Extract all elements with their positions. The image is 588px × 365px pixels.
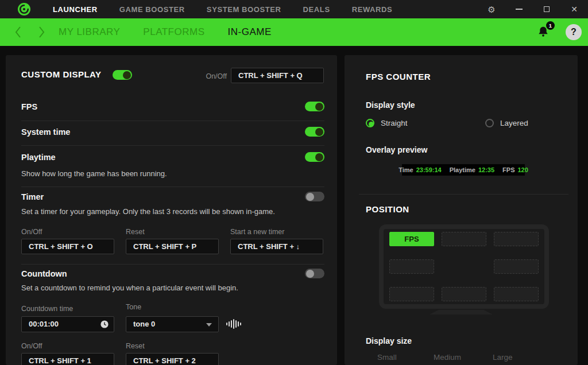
play-tone-button[interactable] xyxy=(226,319,241,329)
tab-my-library[interactable]: MY LIBRARY xyxy=(59,26,120,38)
playtime-toggle[interactable] xyxy=(305,152,324,162)
chevron-left-icon xyxy=(14,25,23,40)
system-time-label: System time xyxy=(21,127,70,137)
chevron-right-icon xyxy=(37,25,46,40)
question-mark-icon: ? xyxy=(571,27,577,37)
minimize-button[interactable] xyxy=(505,0,533,18)
timer-reset-hotkey-input[interactable]: CTRL + SHIFT + P xyxy=(126,239,219,254)
chevron-down-icon xyxy=(206,323,212,327)
fps-toggle[interactable] xyxy=(305,102,324,111)
custom-display-title: CUSTOM DISPLAY xyxy=(21,69,102,79)
notifications-button[interactable]: 1 xyxy=(537,25,551,40)
overlay-preview-strip: Time23:59:14 Playtime12:35 FPS120 xyxy=(402,164,525,176)
playtime-label: Playtime xyxy=(21,153,56,162)
timer-onoff-hotkey-input[interactable]: CTRL + SHIFT + O xyxy=(21,239,114,254)
size-option-small[interactable]: Small xyxy=(377,353,397,362)
fps-counter-title: FPS COUNTER xyxy=(366,72,431,81)
custom-display-hotkey-input[interactable]: CTRL + SHIFT + Q xyxy=(231,68,324,83)
timer-onoff-label: On/Off xyxy=(21,228,42,236)
divider xyxy=(21,187,324,187)
radio-icon xyxy=(366,119,374,127)
radio-straight[interactable]: Straight xyxy=(366,119,408,127)
position-title: POSITION xyxy=(366,204,409,214)
timer-label: Timer xyxy=(21,192,44,201)
timer-reset-label: Reset xyxy=(126,228,145,236)
timer-toggle[interactable] xyxy=(305,192,324,201)
divider xyxy=(21,145,324,146)
maximize-button[interactable] xyxy=(533,0,560,18)
close-button[interactable]: ✕ xyxy=(560,0,588,18)
titlebar-menu: LAUNCHER GAME BOOSTER SYSTEM BOOSTER DEA… xyxy=(53,5,392,14)
custom-display-toggle[interactable] xyxy=(113,70,132,80)
overlay-preview-label: Overlay preview xyxy=(366,145,427,154)
nav-bar: MY LIBRARY PLATFORMS IN-GAME 1 ? xyxy=(0,18,588,46)
countdown-time-label: Countdown time xyxy=(21,305,73,313)
monitor-stand xyxy=(430,310,493,314)
position-slot-top-right[interactable] xyxy=(494,232,539,246)
close-icon: ✕ xyxy=(571,5,578,13)
menu-system-booster[interactable]: SYSTEM BOOSTER xyxy=(207,5,281,14)
divider xyxy=(359,194,568,195)
notification-badge: 1 xyxy=(546,21,555,30)
timer-newtimer-label: Start a new timer xyxy=(230,228,284,236)
position-slot-middle-right[interactable] xyxy=(494,259,539,274)
settings-button[interactable]: ⚙ xyxy=(478,0,505,18)
size-option-large[interactable]: Large xyxy=(493,353,513,362)
position-slot-bottom-center[interactable] xyxy=(442,287,486,301)
tone-label: Tone xyxy=(126,303,141,311)
gear-icon: ⚙ xyxy=(488,5,495,14)
tab-platforms[interactable]: PLATFORMS xyxy=(143,26,204,38)
tone-select[interactable]: tone 0 xyxy=(126,316,219,332)
clock-icon[interactable] xyxy=(100,320,109,328)
position-slot-bottom-right[interactable] xyxy=(494,287,539,301)
custom-display-panel: CUSTOM DISPLAY On/Off CTRL + SHIFT + Q F… xyxy=(6,55,337,365)
system-time-toggle[interactable] xyxy=(305,127,324,137)
position-monitor: FPS xyxy=(379,224,549,309)
app-window: LAUNCHER GAME BOOSTER SYSTEM BOOSTER DEA… xyxy=(0,0,588,365)
position-slot-top-left[interactable]: FPS xyxy=(389,232,434,246)
menu-rewards[interactable]: REWARDS xyxy=(352,5,393,14)
countdown-description: Set a countdown to remind you when a par… xyxy=(21,284,238,292)
menu-deals[interactable]: DEALS xyxy=(303,5,330,14)
cortex-logo-icon[interactable] xyxy=(17,2,31,16)
custom-display-hotkey-label: On/Off xyxy=(149,72,227,80)
display-size-label: Display size xyxy=(366,336,412,345)
position-slot-top-center[interactable] xyxy=(442,232,486,246)
back-button[interactable] xyxy=(7,18,30,46)
size-option-medium[interactable]: Medium xyxy=(434,353,461,362)
position-slot-bottom-left[interactable] xyxy=(389,287,434,301)
forward-button[interactable] xyxy=(30,18,53,46)
help-button[interactable]: ? xyxy=(566,24,582,40)
countdown-time-input[interactable]: 00:01:00 xyxy=(21,316,114,332)
maximize-icon xyxy=(544,6,550,12)
position-slot-middle-left[interactable] xyxy=(389,259,434,274)
timer-newtimer-hotkey-input[interactable]: CTRL + SHIFT + ↓ xyxy=(230,239,323,254)
menu-game-booster[interactable]: GAME BOOSTER xyxy=(119,5,185,14)
timer-description: Set a timer for your gameplay. Only the … xyxy=(21,207,275,216)
minimize-icon xyxy=(516,9,523,10)
fps-label: FPS xyxy=(21,102,37,111)
countdown-onoff-hotkey-input[interactable]: CTRL + SHIFT + 1 xyxy=(21,353,114,365)
countdown-toggle[interactable] xyxy=(305,269,324,278)
divider xyxy=(21,264,324,265)
countdown-reset-hotkey-input[interactable]: CTRL + SHIFT + 2 xyxy=(126,353,219,365)
menu-launcher[interactable]: LAUNCHER xyxy=(53,5,98,14)
titlebar: LAUNCHER GAME BOOSTER SYSTEM BOOSTER DEA… xyxy=(0,0,588,18)
divider xyxy=(21,121,324,121)
countdown-onoff-label: On/Off xyxy=(21,342,42,350)
radio-layered[interactable]: Layered xyxy=(485,119,528,127)
countdown-label: Countdown xyxy=(21,269,67,278)
display-style-label: Display style xyxy=(366,100,415,110)
countdown-reset-label: Reset xyxy=(126,342,145,350)
fps-counter-panel: FPS COUNTER Display style Straight Layer… xyxy=(345,55,578,365)
tab-in-game[interactable]: IN-GAME xyxy=(228,26,272,38)
radio-icon xyxy=(485,119,494,127)
playtime-description: Show how long the game has been running. xyxy=(21,169,167,178)
